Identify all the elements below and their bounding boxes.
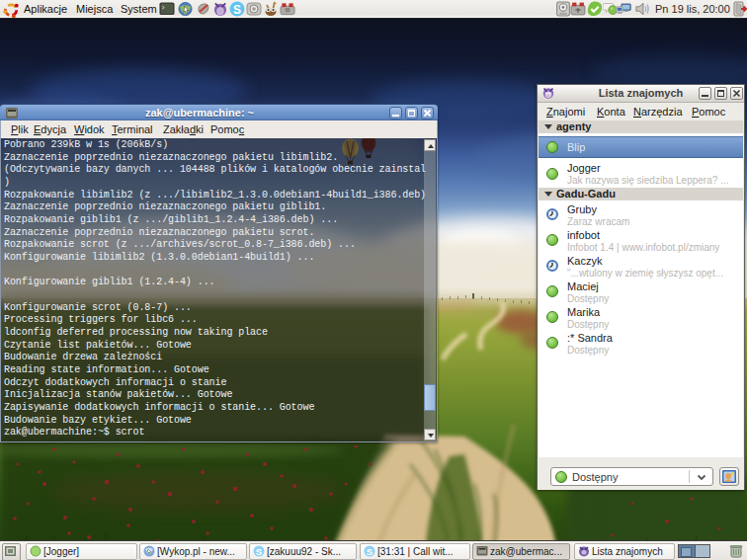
svg-text:S: S [233, 3, 241, 17]
svg-text:S: S [367, 546, 373, 557]
svg-text:S: S [256, 546, 262, 557]
